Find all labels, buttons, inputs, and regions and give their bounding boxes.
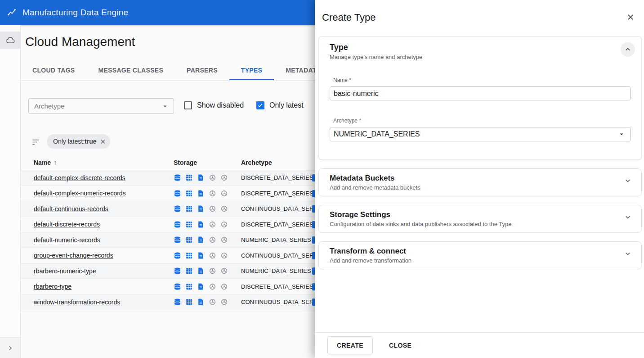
section-transform-connect-header[interactable]: Transform & connect Add and remove trans… <box>319 242 641 269</box>
drawer-footer: CREATE CLOSE <box>315 332 644 358</box>
column-header-name[interactable]: Name ↑ <box>21 159 174 166</box>
pubsub-icon <box>220 283 228 290</box>
table-icon <box>185 236 193 244</box>
type-name-link[interactable]: default-numeric-records <box>21 236 174 244</box>
database-icon <box>174 190 181 197</box>
tab-message-classes[interactable]: MESSAGE CLASSES <box>87 61 175 80</box>
archetype-filter-select[interactable]: Archetype <box>28 98 174 114</box>
close-icon <box>626 13 635 21</box>
section-transform-connect: Transform & connect Add and remove trans… <box>318 241 642 269</box>
database-icon <box>174 174 181 181</box>
expand-section-button[interactable] <box>621 173 635 188</box>
database-icon <box>174 283 181 290</box>
only-latest-checkbox-group[interactable]: Only latest <box>256 101 304 109</box>
close-drawer-button[interactable] <box>625 12 636 23</box>
pubsub-icon <box>220 190 228 197</box>
checkmark-icon <box>257 102 264 109</box>
type-name-link[interactable]: default-complex-numeric-records <box>21 190 174 197</box>
left-nav-rail <box>0 25 21 358</box>
pubsub-icon <box>209 174 216 181</box>
only-latest-filter-chip[interactable]: Only latest: true ✕ <box>47 134 110 149</box>
archetype-select-value: NUMERIC_DATA_SERIES <box>334 130 420 138</box>
chip-prefix: Only latest: <box>53 138 85 145</box>
storage-icons <box>174 283 241 290</box>
nav-item-cloud-management[interactable] <box>0 32 20 49</box>
storage-icons <box>174 236 241 244</box>
section-metadata-buckets-header[interactable]: Metadata Buckets Add and remove metadata… <box>319 169 641 196</box>
pubsub-icon <box>220 298 228 306</box>
column-header-name-label: Name <box>34 159 51 166</box>
name-input[interactable] <box>330 86 631 100</box>
type-name-link[interactable]: window-transformation-records <box>21 299 174 306</box>
cloud-icon <box>5 35 15 45</box>
table-icon <box>185 174 193 181</box>
archetype-field-label: Archetype * <box>333 118 631 124</box>
document-icon <box>197 267 205 275</box>
database-icon <box>174 267 181 275</box>
storage-icons <box>174 221 241 228</box>
document-icon <box>197 236 205 244</box>
tab-cloud-tags[interactable]: CLOUD TAGS <box>21 61 87 80</box>
type-name-link[interactable]: rbarbero-numeric-type <box>21 267 174 275</box>
section-metadata-buckets: Metadata Buckets Add and remove metadata… <box>318 168 642 196</box>
pubsub-icon <box>209 298 216 306</box>
document-icon <box>197 283 205 290</box>
section-transform-connect-subtitle: Add and remove transformation <box>330 257 411 264</box>
expand-section-button[interactable] <box>621 246 635 261</box>
chevron-down-icon <box>623 176 632 185</box>
type-name-link[interactable]: default-continuous-records <box>21 205 174 213</box>
pubsub-icon <box>209 267 216 275</box>
section-transform-connect-title: Transform & connect <box>330 246 411 256</box>
section-storage-settings-subtitle: Configuration of data sinks and data pub… <box>330 221 511 228</box>
expand-section-button[interactable] <box>621 210 635 224</box>
section-storage-settings-title: Storage Settings <box>330 210 511 219</box>
table-icon <box>185 221 193 228</box>
storage-icons <box>174 174 241 181</box>
storage-icons <box>174 190 241 197</box>
create-type-drawer: Create Type Type Manage type's name and … <box>315 0 644 358</box>
show-disabled-checkbox[interactable] <box>184 101 192 109</box>
filter-list-icon[interactable] <box>31 138 40 148</box>
type-name-link[interactable]: group-event-change-records <box>21 252 174 259</box>
document-icon <box>197 174 205 181</box>
show-disabled-label: Show disabled <box>197 101 244 109</box>
show-disabled-checkbox-group[interactable]: Show disabled <box>184 101 244 109</box>
create-button[interactable]: CREATE <box>327 336 373 354</box>
table-icon <box>185 252 193 259</box>
section-metadata-buckets-subtitle: Add and remove metadata buckets <box>330 184 420 191</box>
document-icon <box>197 205 205 213</box>
chevron-down-icon <box>623 249 632 258</box>
name-field-label: Name * <box>333 77 631 83</box>
storage-icons <box>174 298 241 306</box>
close-button[interactable]: CLOSE <box>380 336 420 354</box>
pubsub-icon <box>220 174 228 181</box>
table-icon <box>185 283 193 290</box>
collapse-section-button[interactable] <box>621 42 635 57</box>
chip-remove-icon[interactable]: ✕ <box>100 138 106 145</box>
section-storage-settings: Storage Settings Configuration of data s… <box>318 205 642 233</box>
section-storage-settings-header[interactable]: Storage Settings Configuration of data s… <box>319 205 641 232</box>
chip-value: true <box>85 138 96 145</box>
tab-types[interactable]: TYPES <box>229 61 274 80</box>
type-name-link[interactable]: rbarbero-type <box>21 283 174 290</box>
expand-rail-button[interactable] <box>0 337 20 358</box>
section-type: Type Manage type's name and archetype Na… <box>318 36 642 160</box>
only-latest-label: Only latest <box>269 101 304 109</box>
drawer-header: Create Type <box>315 0 644 36</box>
table-icon <box>185 267 193 275</box>
tab-parsers[interactable]: PARSERS <box>175 61 229 80</box>
type-name-link[interactable]: default-complex-discrete-records <box>21 174 174 181</box>
database-icon <box>174 205 181 213</box>
type-name-link[interactable]: default-discrete-records <box>21 221 174 228</box>
only-latest-checkbox[interactable] <box>256 101 264 109</box>
pubsub-icon <box>209 221 216 228</box>
pubsub-icon <box>209 236 216 244</box>
pubsub-icon <box>209 190 216 197</box>
database-icon <box>174 236 181 244</box>
column-header-storage: Storage <box>174 159 241 166</box>
section-type-title: Type <box>330 42 422 52</box>
archetype-select[interactable]: NUMERIC_DATA_SERIES <box>330 127 631 141</box>
document-icon <box>197 190 205 197</box>
section-type-header[interactable]: Type Manage type's name and archetype <box>319 36 641 65</box>
database-icon <box>174 221 181 228</box>
